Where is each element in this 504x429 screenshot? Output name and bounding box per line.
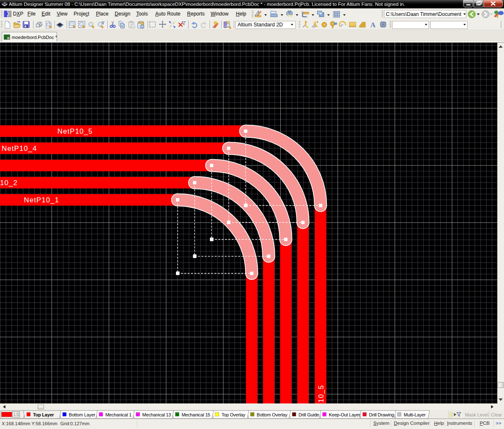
svg-text:Clear: Clear [491, 412, 502, 417]
svg-text:Mechanical 1: Mechanical 1 [105, 412, 131, 417]
svg-text:10_5: 10_5 [317, 385, 325, 403]
svg-text:Keep-Out Layer: Keep-Out Layer [329, 412, 360, 417]
svg-text:LS: LS [14, 412, 19, 417]
svg-text:Mask Level: Mask Level [465, 412, 488, 417]
svg-text:Top Layer: Top Layer [33, 412, 54, 417]
svg-text:NetP10_1: NetP10_1 [24, 196, 59, 204]
svg-text:NetP10_2: NetP10_2 [0, 179, 18, 187]
svg-text:Top Overlay: Top Overlay [222, 412, 246, 417]
svg-text:Drill Drawing: Drill Drawing [369, 412, 394, 417]
svg-text:NetP10_5: NetP10_5 [57, 127, 93, 135]
svg-text:Mechanical 15: Mechanical 15 [181, 412, 210, 417]
svg-text:A: A [370, 21, 376, 29]
svg-text:Bottom Layer: Bottom Layer [69, 412, 96, 417]
svg-text:NetP10_4: NetP10_4 [2, 145, 37, 152]
svg-text:Drill Guide: Drill Guide [298, 412, 319, 417]
svg-text:Multi-Layer: Multi-Layer [404, 412, 426, 417]
svg-text:Mechanical 13: Mechanical 13 [142, 412, 171, 417]
svg-text:Bottom Overlay: Bottom Overlay [257, 412, 288, 417]
